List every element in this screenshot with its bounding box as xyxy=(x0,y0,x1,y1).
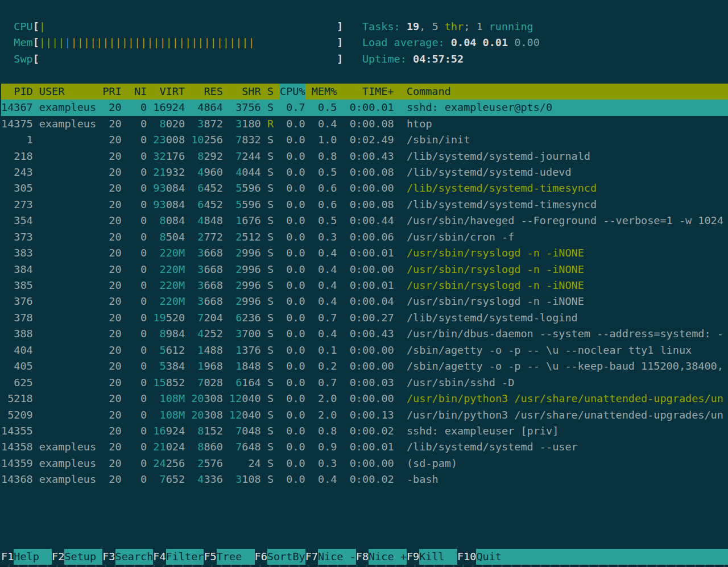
fkey-f7[interactable]: F7 xyxy=(305,549,318,565)
column-header-state[interactable]: S xyxy=(267,84,274,100)
shr-cell: 4044 xyxy=(229,166,261,178)
cpu-percent-cell: 0.0 xyxy=(280,441,305,453)
column-header-mem[interactable]: MEM% xyxy=(312,84,337,100)
nice-cell: 0 xyxy=(128,328,147,340)
process-row-pid-5218[interactable]: 5218 20 0 108M 20308 12040 S 0.0 2.0 0:0… xyxy=(1,391,728,407)
process-row-pid-1[interactable]: 1 20 0 23008 10256 7832 S 0.0 1.0 0:02.4… xyxy=(1,132,728,148)
pid-cell: 273 xyxy=(1,198,33,210)
state-cell: R xyxy=(267,118,274,130)
command-cell: /usr/bin/dbus-daemon --system --address=… xyxy=(407,328,723,340)
pid-cell: 404 xyxy=(1,344,33,356)
shr-cell: 5596 xyxy=(229,198,261,210)
process-row-pid-14355[interactable]: 14355 20 0 16924 8152 7048 S 0.0 0.8 0:0… xyxy=(1,423,728,439)
process-row-pid-388[interactable]: 388 20 0 8984 4252 3700 S 0.0 0.4 0:00.4… xyxy=(1,326,728,342)
process-row-pid-5209[interactable]: 5209 20 0 108M 20308 12040 S 0.0 2.0 0:0… xyxy=(1,407,728,423)
fkey-f5[interactable]: F5 xyxy=(204,549,216,565)
process-row-pid-243[interactable]: 243 20 0 21932 4960 4044 S 0.0 0.5 0:00.… xyxy=(1,164,728,180)
process-row-pid-376[interactable]: 376 20 0 220M 3668 2996 S 0.0 0.4 0:00.0… xyxy=(1,293,728,309)
nice-cell: 0 xyxy=(128,457,147,469)
shr-cell: 6164 xyxy=(229,376,261,388)
user-cell xyxy=(39,392,96,404)
process-row-pid-385[interactable]: 385 20 0 220M 3668 2996 S 0.0 0.4 0:00.0… xyxy=(1,278,728,293)
fkey-f9[interactable]: F9 xyxy=(407,549,419,565)
time-cell: 0:00.27 xyxy=(344,312,394,324)
column-header-ni[interactable]: NI xyxy=(128,84,147,100)
pid-cell: 1 xyxy=(1,134,33,146)
process-row-pid-383[interactable]: 383 20 0 220M 3668 2996 S 0.0 0.4 0:00.0… xyxy=(1,245,728,261)
fkey-f8-label[interactable]: Nice + xyxy=(369,549,407,565)
column-header-user[interactable]: USER xyxy=(39,84,96,100)
time-cell: 0:00.01 xyxy=(344,279,394,291)
column-header-time[interactable]: TIME+ xyxy=(343,84,394,100)
cpu-percent-cell: 0.0 xyxy=(280,312,305,324)
column-header-pid[interactable]: PID xyxy=(1,84,33,100)
column-header-res[interactable]: RES xyxy=(191,84,223,100)
user-cell xyxy=(39,247,96,259)
mem-percent-cell: 0.5 xyxy=(312,101,337,113)
process-row-pid-378[interactable]: 378 20 0 19520 7204 6236 S 0.0 0.7 0:00.… xyxy=(1,310,728,326)
pid-cell: 625 xyxy=(1,376,33,388)
fkey-f10-label[interactable]: Quit xyxy=(476,549,502,565)
fkey-f2-label[interactable]: Setup xyxy=(64,549,102,565)
process-row-pid-14367[interactable]: 14367 exampleus 20 0 16924 4864 3756 S 0… xyxy=(1,100,728,115)
swp-meter-bar xyxy=(39,53,337,65)
fkey-f7-label[interactable]: Nice - xyxy=(318,549,356,565)
column-header-virt[interactable]: VIRT xyxy=(153,84,185,100)
fkey-f4-label[interactable]: Filter xyxy=(166,549,204,565)
fkey-f10[interactable]: F10 xyxy=(457,549,476,565)
fkey-f1-label[interactable]: Help xyxy=(14,549,52,565)
user-cell: exampleus xyxy=(39,441,96,453)
user-cell: exampleus xyxy=(39,118,96,130)
shr-cell: 7244 xyxy=(229,150,261,162)
process-row-pid-218[interactable]: 218 20 0 32176 8292 7244 S 0.0 0.8 0:00.… xyxy=(1,148,728,164)
fkey-f6[interactable]: F6 xyxy=(255,549,267,565)
state-cell: S xyxy=(267,166,274,178)
meter-bar-segment-green: |||| xyxy=(39,36,65,48)
time-cell: 0:00.00 xyxy=(344,344,394,356)
column-header-shr[interactable]: SHR xyxy=(229,84,261,100)
process-row-pid-305[interactable]: 305 20 0 93084 6452 5596 S 0.0 0.6 0:00.… xyxy=(1,180,728,196)
process-row-pid-14368[interactable]: 14368 exampleus 20 0 7652 4336 3108 S 0.… xyxy=(1,471,728,487)
process-row-pid-354[interactable]: 354 20 0 8084 4848 1676 S 0.0 0.5 0:00.4… xyxy=(1,213,728,229)
nice-cell: 0 xyxy=(128,279,147,291)
column-header-pri[interactable]: PRI xyxy=(102,84,121,100)
process-row-pid-404[interactable]: 404 20 0 5612 1488 1376 S 0.0 0.1 0:00.0… xyxy=(1,342,728,358)
process-row-pid-14375[interactable]: 14375 exampleus 20 0 8020 3872 3180 R 0.… xyxy=(1,116,728,132)
process-row-pid-373[interactable]: 373 20 0 8504 2772 2512 S 0.0 0.3 0:00.0… xyxy=(1,229,728,245)
virt-cell: 220M xyxy=(153,279,185,291)
fkey-f6-label[interactable]: SortBy xyxy=(267,549,305,565)
threads-label: thr xyxy=(439,20,464,32)
fkey-f8[interactable]: F8 xyxy=(356,549,369,565)
mem-percent-cell: 0.3 xyxy=(312,457,337,469)
nice-cell: 0 xyxy=(128,134,147,146)
process-row-pid-405[interactable]: 405 20 0 5384 1968 1848 S 0.0 0.2 0:00.0… xyxy=(1,358,728,374)
pid-cell: 383 xyxy=(1,247,33,259)
fkey-f2[interactable]: F2 xyxy=(52,549,64,565)
mem-percent-cell: 0.4 xyxy=(312,263,337,275)
res-cell: 3668 xyxy=(191,247,223,259)
shr-cell: 3108 xyxy=(229,473,261,485)
fkey-f4[interactable]: F4 xyxy=(153,549,166,565)
fkey-f3[interactable]: F3 xyxy=(102,549,115,565)
process-row-pid-625[interactable]: 625 20 0 15852 7028 6164 S 0.0 0.7 0:00.… xyxy=(1,375,728,391)
fkey-f9-label[interactable]: Kill xyxy=(419,549,457,565)
user-cell xyxy=(39,134,96,146)
column-header-command[interactable]: Command xyxy=(407,85,451,97)
process-row-pid-273[interactable]: 273 20 0 93084 6452 5596 S 0.0 0.6 0:00.… xyxy=(1,197,728,213)
column-header-cpu-sort-active[interactable]: CPU% xyxy=(280,84,305,100)
fkey-f5-label[interactable]: Tree xyxy=(217,549,255,565)
fkey-f3-label[interactable]: Search xyxy=(115,549,154,565)
virt-cell: 16924 xyxy=(153,425,185,437)
process-row-pid-14358[interactable]: 14358 exampleus 20 0 21024 8860 7648 S 0… xyxy=(1,439,728,455)
command-cell: /lib/systemd/systemd --user xyxy=(407,441,578,453)
cpu-percent-cell: 0.0 xyxy=(280,328,305,340)
fkey-f1[interactable]: F1 xyxy=(1,549,14,565)
command-cell: /usr/sbin/rsyslogd -n -iNONE xyxy=(407,263,584,275)
res-cell: 3668 xyxy=(191,279,223,291)
process-row-pid-384[interactable]: 384 20 0 220M 3668 2996 S 0.0 0.4 0:00.0… xyxy=(1,262,728,278)
command-cell: /lib/systemd/systemd-timesyncd xyxy=(407,182,597,194)
user-cell xyxy=(39,182,96,194)
priority-cell: 20 xyxy=(102,101,121,113)
terminal-bottom-edge xyxy=(0,565,728,567)
process-row-pid-14359[interactable]: 14359 exampleus 20 0 24256 2576 24 S 0.0… xyxy=(1,456,728,471)
